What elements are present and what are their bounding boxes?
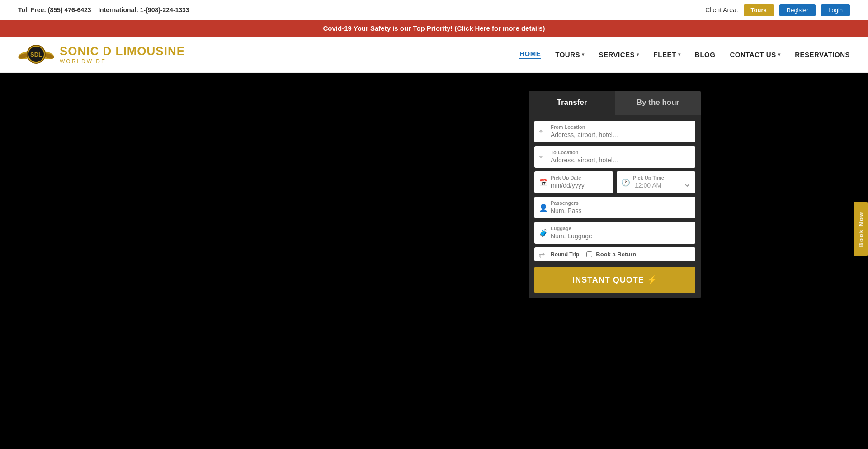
logo-text: SONIC D LIMOUSINE WORLDWIDE [60,44,185,65]
round-trip-content: Round Trip Book a Return [551,251,636,258]
luggage-input[interactable] [551,232,691,240]
calendar-icon: 📅 [539,178,548,187]
international-number: 1-(908)-224-1333 [140,6,189,14]
fleet-chevron-icon: ▾ [678,52,681,57]
top-bar: Toll Free: (855) 476-6423 International:… [0,0,868,20]
nav-home[interactable]: HOME [519,50,541,59]
from-location-input[interactable] [551,131,691,138]
destination-pin-icon: ⌖ [539,153,543,161]
logo-title: SONIC D LIMOUSINE [60,44,185,58]
client-area-label: Client Area: [705,6,738,14]
book-return-label[interactable]: Book a Return [596,251,636,258]
pickup-date-label: Pick Up Date [551,175,609,180]
transfer-icon: ⇄ [539,250,545,259]
round-trip-label: Round Trip [551,251,579,258]
contact-info: Toll Free: (855) 476-6423 International:… [18,6,189,14]
nav-contact[interactable]: CONTACT US ▾ [730,51,780,58]
location-pin-icon: ⌖ [539,128,543,136]
navbar: SDL SONIC D LIMOUSINE WORLDWIDE HOME TOU… [0,37,868,73]
tab-transfer[interactable]: Transfer [529,91,615,115]
nav-services[interactable]: SERVICES ▾ [599,51,639,58]
client-area: Client Area: Tours Register Login [705,4,850,16]
pickup-date-field: 📅 Pick Up Date [534,171,613,193]
to-location-label: To Location [551,150,691,155]
tab-by-hour[interactable]: By the hour [615,91,701,115]
clock-icon: 🕐 [621,178,630,187]
logo-sub: WORLDWIDE [60,58,185,65]
nav-blog[interactable]: BLOG [695,51,715,58]
passengers-label: Passengers [551,200,691,206]
date-time-row: 📅 Pick Up Date 🕐 Pick Up Time 12:00 AM12… [534,171,695,193]
booking-tabs: Transfer By the hour [529,91,701,115]
contact-chevron-icon: ▾ [778,52,781,57]
nav-tours[interactable]: TOURS ▾ [555,51,584,58]
logo-badge: SDL [18,41,54,68]
main-content: Transfer By the hour ⌖ From Location ⌖ T… [0,73,868,449]
booking-widget: Transfer By the hour ⌖ From Location ⌖ T… [529,91,701,298]
passengers-input[interactable] [551,207,691,214]
international-label: International: [98,6,138,14]
from-location-label: From Location [551,124,691,130]
luggage-label: Luggage [551,226,691,231]
to-location-input[interactable] [551,156,691,164]
book-now-side-tab[interactable]: Book Now [854,202,868,256]
from-location-field: ⌖ From Location [534,121,695,142]
nav-reservations[interactable]: RESERVATIONS [795,51,850,58]
toll-free-number: (855) 476-6423 [48,6,91,14]
to-location-field: ⌖ To Location [534,146,695,168]
booking-form: ⌖ From Location ⌖ To Location 📅 Pick Up … [529,115,701,298]
pickup-time-select[interactable]: 12:00 AM12:30 AM1:00 AM1:30 AM2:00 AM2:3… [633,181,691,189]
nav-fleet[interactable]: FLEET ▾ [654,51,681,58]
register-button[interactable]: Register [779,4,816,16]
nav-links: HOME TOURS ▾ SERVICES ▾ FLEET ▾ BLOG CON… [519,50,850,59]
logo-area: SDL SONIC D LIMOUSINE WORLDWIDE [18,41,185,68]
logo-svg: SDL [18,41,54,68]
services-chevron-icon: ▾ [637,52,639,57]
tours-button[interactable]: Tours [744,4,774,16]
luggage-field: 🧳 Luggage [534,222,695,244]
passengers-field: 👤 Passengers [534,197,695,218]
round-trip-checkbox[interactable] [586,251,592,257]
tours-chevron-icon: ▾ [582,52,585,57]
instant-quote-button[interactable]: INSTANT QUOTE ⚡ [534,267,695,293]
svg-text:SDL: SDL [30,51,42,58]
pickup-time-field: 🕐 Pick Up Time 12:00 AM12:30 AM1:00 AM1:… [617,171,695,193]
login-button[interactable]: Login [821,4,850,16]
round-trip-field: ⇄ Round Trip Book a Return [534,247,695,261]
pickup-time-label: Pick Up Time [633,175,691,180]
pickup-date-input[interactable] [551,182,609,189]
luggage-icon: 🧳 [539,229,548,237]
person-icon: 👤 [539,203,548,212]
toll-free-label: Toll Free: [18,6,46,14]
covid-banner[interactable]: Covid-19 Your Safety is our Top Priority… [0,20,868,37]
